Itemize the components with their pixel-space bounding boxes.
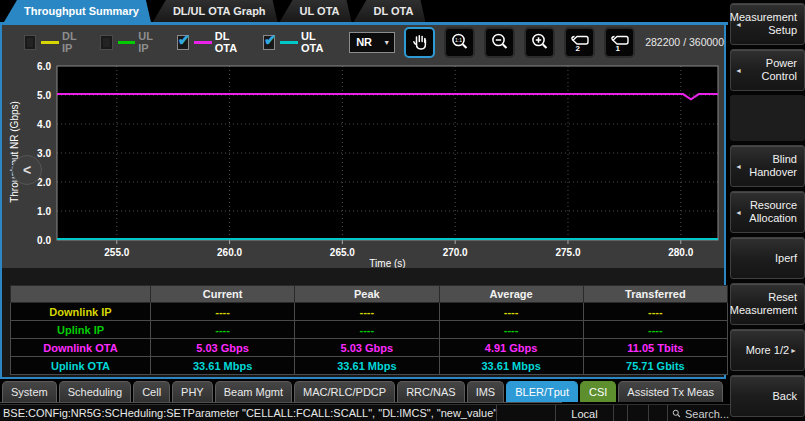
chevron-left-icon: ◄ xyxy=(735,206,742,219)
chevron-left-icon: ◄ xyxy=(735,18,742,31)
cell-current: 33.61 Mbps xyxy=(151,357,295,375)
ul-ota-line-swatch xyxy=(280,41,298,44)
svg-text:2: 2 xyxy=(575,44,580,53)
more-pages-button[interactable]: More 1/2 ► xyxy=(730,329,805,371)
zoom-tag-2-icon: 2 xyxy=(569,31,591,53)
table-row: Uplink OTA 33.61 Mbps 33.61 Mbps 33.61 M… xyxy=(11,357,728,375)
collapse-panel-button[interactable]: < xyxy=(12,155,42,185)
softkey-label: Reset Measurement xyxy=(730,291,797,317)
tab-phy[interactable]: PHY xyxy=(172,381,213,402)
status-bar: BSE:CONFig:NR5G:SCHeduling:SETParameter … xyxy=(0,404,730,421)
zoom-1to1-button[interactable]: 1:1 xyxy=(444,27,475,58)
zoom-in-button[interactable] xyxy=(524,27,555,58)
ul-ota-label: UL OTA xyxy=(301,30,333,54)
cell-transferred: ---- xyxy=(583,303,727,321)
tab-dlul-ota-graph[interactable]: DL/UL OTA Graph xyxy=(153,0,278,22)
back-button[interactable]: Back xyxy=(730,375,805,417)
hand-icon xyxy=(410,32,430,52)
checkmark-icon: ✔ xyxy=(178,31,191,49)
header-peak: Peak xyxy=(295,286,439,303)
panel-accent-bottom xyxy=(0,377,726,379)
table-header-row: Current Peak Average Transferred xyxy=(11,286,728,303)
top-tab-bar: Throughput Summary DL/UL OTA Graph UL OT… xyxy=(0,0,728,22)
svg-text:4.0: 4.0 xyxy=(37,119,51,130)
svg-text:265.0: 265.0 xyxy=(330,247,355,258)
legend-item-dl-ip: DL IP xyxy=(24,30,84,54)
status-mode-indicator: Local xyxy=(555,405,613,421)
throughput-table: Current Peak Average Transferred Downlin… xyxy=(10,285,728,375)
checkmark-icon: ✔ xyxy=(264,31,277,49)
softkey-label: Iperf xyxy=(775,252,797,265)
svg-text:Time (s): Time (s) xyxy=(369,258,405,268)
tab-beam-mgmt[interactable]: Beam Mgmt xyxy=(215,381,292,402)
tab-dl-ota[interactable]: DL OTA xyxy=(354,0,426,22)
resource-allocation-button[interactable]: ◄ Resource Allocation xyxy=(730,191,805,233)
softkey-label: Back xyxy=(773,390,797,403)
legend-item-ul-ota: ✔ UL OTA xyxy=(263,30,333,54)
cell-transferred: 75.71 Gbits xyxy=(583,357,727,375)
tab-rrc-nas[interactable]: RRC/NAS xyxy=(397,381,465,402)
svg-text:0.0: 0.0 xyxy=(37,235,51,246)
cell-peak: 33.61 Mbps xyxy=(295,357,439,375)
tab-ims[interactable]: IMS xyxy=(467,381,505,402)
power-control-button[interactable]: ◄ Power Control xyxy=(730,49,805,91)
cell-average: ---- xyxy=(439,303,583,321)
zoom-region-2-button[interactable]: 2 xyxy=(564,27,595,58)
status-segment-blank-3 xyxy=(627,405,648,421)
dl-ip-line-swatch xyxy=(41,41,59,44)
ul-ota-checkbox[interactable]: ✔ xyxy=(263,35,275,50)
tab-bler-tput[interactable]: BLER/Tput xyxy=(506,381,578,402)
svg-text:6.0: 6.0 xyxy=(37,61,51,72)
legend-item-ul-ip: UL IP xyxy=(100,30,160,54)
ul-ip-label: UL IP xyxy=(138,30,160,54)
cell-peak: ---- xyxy=(295,321,439,339)
softkey-label: Power Control xyxy=(744,57,797,83)
dl-ota-checkbox[interactable]: ✔ xyxy=(177,35,189,50)
reset-measurement-button[interactable]: Reset Measurement xyxy=(730,283,805,325)
chevron-right-icon: ► xyxy=(790,344,797,357)
table-row: Downlink IP ---- ---- ---- ---- xyxy=(11,303,728,321)
blind-handover-button[interactable]: ◄ Blind Handover xyxy=(730,145,805,187)
app-window: Throughput Summary DL/UL OTA Graph UL OT… xyxy=(0,0,805,421)
table-row: Downlink OTA 5.03 Gbps 5.03 Gbps 4.91 Gb… xyxy=(11,339,728,357)
tab-mac-rlc-pdcp[interactable]: MAC/RLC/PDCP xyxy=(294,381,395,402)
dl-ip-checkbox[interactable] xyxy=(24,35,36,50)
tab-cell[interactable]: Cell xyxy=(133,381,170,402)
magnifier-1to1-icon: 1:1 xyxy=(450,32,470,52)
svg-text:1:1: 1:1 xyxy=(455,37,462,43)
svg-text:275.0: 275.0 xyxy=(555,247,580,258)
magnifier-plus-icon xyxy=(530,32,550,52)
legend-toolbar-row: DL IP UL IP ✔ DL OTA ✔ UL OTA NR ▼ xyxy=(2,25,724,59)
header-blank xyxy=(11,286,151,303)
cell-current: ---- xyxy=(151,321,295,339)
sample-counter: 282200 / 360000 xyxy=(645,36,724,48)
tab-throughput-summary[interactable]: Throughput Summary xyxy=(4,0,151,22)
measurement-setup-button[interactable]: ◄ Measurement Setup xyxy=(730,3,805,45)
row-label: Uplink IP xyxy=(11,321,151,339)
dl-ota-label: DL OTA xyxy=(215,30,247,54)
search-label: Search... xyxy=(685,408,729,420)
svg-text:3.0: 3.0 xyxy=(37,148,51,159)
header-average: Average xyxy=(439,286,583,303)
zoom-out-button[interactable] xyxy=(484,27,515,58)
search-box[interactable]: Search... xyxy=(667,405,729,421)
cell-current: ---- xyxy=(151,303,295,321)
iperf-button[interactable]: Iperf xyxy=(730,237,805,279)
dl-ota-line-swatch xyxy=(194,41,212,44)
tab-ul-ota[interactable]: UL OTA xyxy=(280,0,352,22)
svg-text:1: 1 xyxy=(615,44,620,53)
svg-text:5.0: 5.0 xyxy=(37,90,51,101)
tab-system[interactable]: System xyxy=(2,381,57,402)
technology-dropdown[interactable]: NR ▼ xyxy=(349,32,395,53)
pan-tool-button[interactable] xyxy=(404,27,435,58)
svg-text:260.0: 260.0 xyxy=(217,247,242,258)
ul-ip-checkbox[interactable] xyxy=(100,35,112,50)
throughput-chart[interactable]: 0.01.02.03.04.05.06.0255.0260.0265.0270.… xyxy=(30,60,725,268)
tab-csi[interactable]: CSI xyxy=(580,381,616,402)
cell-average: 4.91 Gbps xyxy=(439,339,583,357)
zoom-region-1-button[interactable]: 1 xyxy=(604,27,635,58)
cell-average: 33.61 Mbps xyxy=(439,357,583,375)
tab-bar-underline xyxy=(0,402,562,403)
tab-scheduling[interactable]: Scheduling xyxy=(59,381,131,402)
tab-assisted-tx-meas[interactable]: Assisted Tx Meas xyxy=(618,381,723,402)
